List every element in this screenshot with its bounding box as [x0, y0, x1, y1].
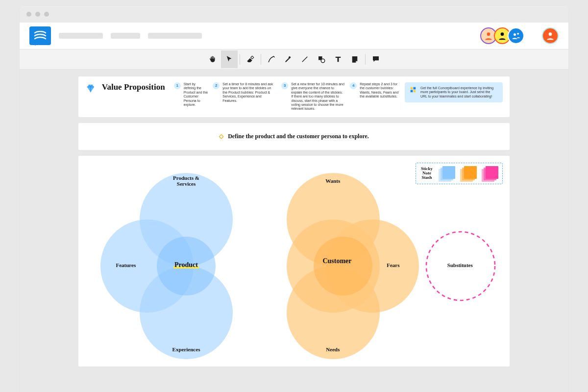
logo-scribble-icon [34, 31, 47, 41]
step-1: 1 Start by defining the Product and the … [174, 82, 208, 107]
label-fears: Fears [387, 262, 399, 268]
svg-point-3 [517, 33, 519, 35]
app-header [20, 23, 568, 49]
sticky-stash-label: Sticky Note Stash [421, 167, 433, 180]
diamond-bullet-icon: ◇ [219, 133, 223, 140]
step-number: 4 [350, 82, 357, 89]
breadcrumb-placeholder [111, 33, 140, 39]
promo-callout: Get the full Conceptboard experience by … [405, 82, 503, 102]
step-text: Start by defining the Product and the Cu… [184, 82, 208, 107]
traffic-max-icon[interactable] [44, 12, 49, 17]
sticky-stash-box[interactable]: Sticky Note Stash [416, 163, 503, 184]
tool-eraser[interactable] [242, 50, 259, 68]
participant-avatars [483, 27, 524, 44]
svg-point-8 [321, 59, 325, 63]
traffic-close-icon[interactable] [26, 12, 31, 17]
svg-point-1 [501, 32, 504, 36]
label-needs: Needs [326, 346, 340, 352]
toolbar-separator [365, 54, 366, 65]
tool-comment[interactable] [368, 50, 384, 68]
tool-hand[interactable] [204, 50, 221, 68]
toolbar-separator [261, 54, 261, 65]
step-4: 4 Repeat steps 2 and 3 for the customer … [350, 82, 399, 99]
browser-tabbar [20, 6, 568, 23]
app-logo[interactable] [29, 26, 51, 45]
svg-rect-10 [414, 87, 416, 90]
svg-rect-9 [411, 87, 413, 90]
tool-note[interactable] [346, 50, 363, 68]
template-header-panel: Value Proposition 1 Start by defining th… [78, 76, 510, 117]
tool-line[interactable] [296, 50, 313, 68]
promo-icon [410, 86, 416, 93]
step-text: Set a timer for 8 minutes and ask your t… [222, 82, 276, 103]
diamond-icon [85, 82, 96, 95]
tool-marker[interactable] [280, 50, 296, 68]
sticky-blue-icon[interactable] [439, 166, 454, 181]
canvas[interactable]: Value Proposition 1 Start by defining th… [20, 70, 568, 392]
traffic-min-icon[interactable] [35, 12, 40, 17]
tool-text[interactable] [330, 50, 346, 68]
tool-shape[interactable] [313, 50, 330, 68]
svg-line-6 [302, 57, 307, 62]
tagline-text: Define the product and the customer pers… [228, 133, 369, 140]
venn-svg [78, 156, 510, 367]
template-title: Value Proposition [102, 82, 165, 92]
svg-point-4 [549, 32, 552, 36]
step-number: 3 [281, 82, 288, 89]
svg-rect-11 [411, 90, 413, 93]
svg-rect-12 [414, 90, 416, 93]
svg-point-23 [314, 237, 372, 295]
promo-text: Get the full Conceptboard experience by … [420, 86, 498, 98]
tool-pointer[interactable] [221, 50, 238, 68]
svg-point-2 [514, 33, 516, 36]
breadcrumb-placeholder [148, 33, 202, 39]
step-number: 2 [213, 82, 220, 89]
label-wants: Wants [325, 178, 340, 184]
share-button[interactable] [508, 27, 524, 44]
browser-frame: Value Proposition 1 Start by defining th… [20, 6, 568, 392]
svg-point-0 [487, 32, 490, 36]
venn-panel[interactable]: Products & Services Features Experiences… [78, 156, 510, 367]
sticky-orange-icon[interactable] [460, 166, 476, 181]
step-3: 3 Set a new timer for 10 minutes and giv… [281, 82, 345, 111]
toolbar [20, 49, 568, 70]
tagline-panel: ◇ Define the product and the customer pe… [78, 123, 510, 150]
label-features: Features [116, 262, 136, 268]
label-product-center: Product [173, 261, 199, 269]
step-2: 2 Set a timer for 8 minutes and ask your… [213, 82, 276, 103]
label-customer-center: Customer [322, 257, 351, 265]
tool-pen[interactable] [263, 50, 280, 68]
toolbar-separator [240, 54, 240, 65]
step-text: Repeat steps 2 and 3 for the customer bu… [360, 82, 399, 99]
steps-row: 1 Start by defining the Product and the … [174, 82, 399, 111]
sticky-pink-icon[interactable] [482, 166, 497, 181]
step-number: 1 [174, 82, 181, 89]
label-products-services: Products & Services [173, 175, 199, 187]
avatar-self[interactable] [542, 27, 559, 44]
label-substitutes: Substitutes [447, 262, 473, 268]
step-text: Set a new timer for 10 minutes and give … [291, 82, 345, 111]
breadcrumb-placeholder [59, 33, 103, 39]
label-experiences: Experiences [172, 346, 200, 352]
